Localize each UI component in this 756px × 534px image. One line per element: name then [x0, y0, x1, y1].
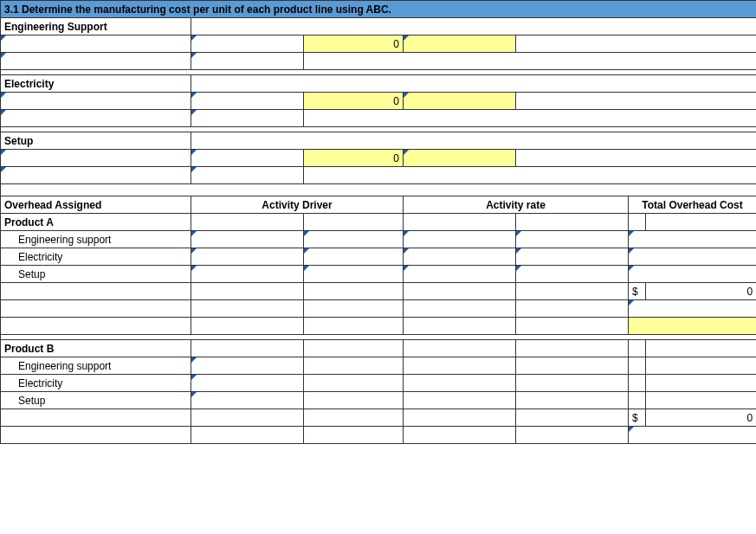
- pa-total: 0: [646, 283, 757, 300]
- hdr-activity-rate: Activity rate: [404, 196, 629, 214]
- setup-r2-c1[interactable]: [1, 167, 191, 184]
- hdr-overhead: Overhead Assigned: [1, 196, 191, 214]
- page-title: 3.1 Determine the manufacturing cost per…: [1, 1, 757, 18]
- abc-worksheet: 3.1 Determine the manufacturing cost per…: [0, 0, 756, 444]
- setup-r1-c1[interactable]: [1, 150, 191, 167]
- pb-eng: Engineering support: [1, 357, 191, 375]
- product-b-label: Product B: [1, 340, 191, 357]
- pa-setup-d1[interactable]: [191, 266, 304, 283]
- setup-r1-c2[interactable]: [191, 150, 304, 167]
- pa-eng: Engineering support: [1, 231, 191, 248]
- eng-r1-c3[interactable]: 0: [304, 35, 404, 53]
- eng-r1-c2[interactable]: [191, 35, 304, 53]
- hdr-total-overhead: Total Overhead Cost: [629, 196, 757, 214]
- pa-setup-r1[interactable]: [404, 266, 516, 283]
- pb-extra1[interactable]: [629, 427, 757, 444]
- pb-setup: Setup: [1, 392, 191, 409]
- pb-setup-d1[interactable]: [191, 392, 304, 409]
- pa-elec-r1[interactable]: [404, 248, 516, 266]
- eng-r2-c2[interactable]: [191, 53, 304, 70]
- eng-r1-c1[interactable]: [1, 35, 191, 53]
- elec-r1-c1[interactable]: [1, 93, 191, 110]
- pa-eng-t[interactable]: [629, 231, 757, 248]
- section-eng-support: Engineering Support: [1, 18, 191, 35]
- eng-r2-c1[interactable]: [1, 53, 191, 70]
- pb-total: 0: [646, 409, 757, 427]
- pa-setup-t[interactable]: [629, 266, 757, 283]
- setup-r2-c2[interactable]: [191, 167, 304, 184]
- elec-r2-c2[interactable]: [191, 110, 304, 127]
- pa-setup-d2[interactable]: [304, 266, 404, 283]
- pa-total-currency: $: [629, 283, 646, 300]
- pa-elec-d2[interactable]: [304, 248, 404, 266]
- setup-r1-c4[interactable]: [404, 150, 516, 167]
- pa-elec: Electricity: [1, 248, 191, 266]
- elec-r1-c4[interactable]: [404, 93, 516, 110]
- pa-eng-d2[interactable]: [304, 231, 404, 248]
- elec-r2-c1[interactable]: [1, 110, 191, 127]
- pa-elec-d1[interactable]: [191, 248, 304, 266]
- pb-eng-d1[interactable]: [191, 357, 304, 375]
- eng-r1-c4[interactable]: [404, 35, 516, 53]
- pa-extra2[interactable]: [629, 318, 757, 335]
- section-electricity: Electricity: [1, 75, 191, 93]
- elec-r1-c3[interactable]: 0: [304, 93, 404, 110]
- pa-setup: Setup: [1, 266, 191, 283]
- setup-r1-c3[interactable]: 0: [304, 150, 404, 167]
- section-setup: Setup: [1, 132, 191, 150]
- pa-extra1[interactable]: [629, 300, 757, 318]
- pa-eng-r2[interactable]: [516, 231, 629, 248]
- pb-elec: Electricity: [1, 375, 191, 392]
- pa-eng-r1[interactable]: [404, 231, 516, 248]
- hdr-activity-driver: Activity Driver: [191, 196, 404, 214]
- product-a-label: Product A: [1, 214, 191, 231]
- pa-elec-t[interactable]: [629, 248, 757, 266]
- pa-elec-r2[interactable]: [516, 248, 629, 266]
- pa-eng-d1[interactable]: [191, 231, 304, 248]
- elec-r1-c2[interactable]: [191, 93, 304, 110]
- pb-elec-d1[interactable]: [191, 375, 304, 392]
- pb-total-currency: $: [629, 409, 646, 427]
- pa-setup-r2[interactable]: [516, 266, 629, 283]
